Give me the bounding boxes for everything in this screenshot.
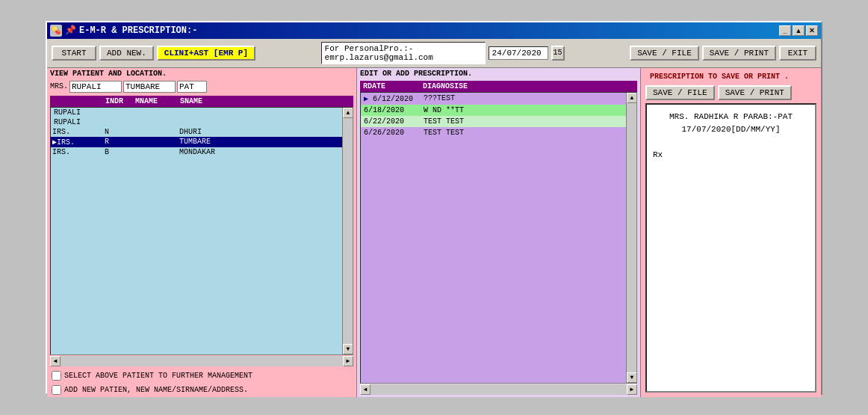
diag-header: DIAGNOSISE — [423, 82, 634, 90]
patient-indr: R — [105, 138, 134, 146]
list-item[interactable]: ▶ 6/12/2020 ???TEST — [361, 93, 636, 105]
list-item[interactable]: 6/18/2020 W ND **TT — [361, 105, 636, 116]
prescription-rx: Rx — [653, 149, 809, 162]
list-item[interactable]: RUPALI — [51, 117, 353, 127]
add-new-patient-checkbox[interactable] — [52, 385, 61, 395]
search-input[interactable] — [69, 81, 122, 93]
right-save-file-button[interactable]: SAVE / FILE — [645, 85, 715, 100]
right-panel-label: PRESCRIPTION TO SAVE OR PRINT . — [645, 71, 793, 82]
calendar-button[interactable]: 15 — [551, 46, 565, 61]
right-save-print-button[interactable]: SAVE / PRINT — [718, 85, 792, 100]
close-button[interactable]: ✕ — [806, 25, 818, 36]
title-bar: 💊 📌 E-M-R & PRESCRIPTION:- _ ▲ ✕ — [47, 22, 821, 39]
app-icon: 💊 — [50, 25, 62, 37]
checkbox-row-1: SELECT ABOVE PATIENT TO FURTHER MANAGEME… — [47, 369, 356, 383]
patient-search-row: MRS. — [47, 79, 356, 94]
col-mname-header: MNAME — [135, 97, 180, 105]
save-print-button[interactable]: SAVE / PRINT — [702, 46, 776, 61]
rdate-header: RDATE — [363, 82, 423, 90]
title-controls: _ ▲ ✕ — [779, 25, 818, 36]
select-patient-checkbox[interactable] — [52, 371, 61, 381]
minimize-button[interactable]: _ — [779, 25, 791, 36]
prescription-patient-name: MRS. RADHIKA R PARAB:-PAT — [653, 111, 809, 124]
save-file-button[interactable]: SAVE / FILE — [630, 46, 699, 61]
rx-scroll-track — [627, 103, 636, 372]
scroll-track-h — [61, 356, 343, 366]
main-content: VIEW PATIENT AND LOCATION. MRS. INDR MNA… — [47, 68, 821, 397]
select-patient-label: SELECT ABOVE PATIENT TO FURTHER MANAGEME… — [64, 372, 252, 380]
rx-date: 6/26/2020 — [364, 129, 424, 137]
exit-button[interactable]: EXIT — [779, 46, 816, 61]
rx-vertical-scrollbar[interactable]: ▲ ▼ — [626, 93, 636, 383]
left-panel: VIEW PATIENT AND LOCATION. MRS. INDR MNA… — [47, 68, 357, 397]
date-field[interactable]: 24/07/2020 — [489, 46, 548, 60]
rx-date: ▶ 6/12/2020 — [364, 94, 424, 103]
pat-input[interactable] — [177, 81, 207, 93]
tumbare-input[interactable] — [123, 81, 176, 93]
rx-table-header: RDATE DIAGNOSISE — [360, 81, 637, 92]
right-panel: PRESCRIPTION TO SAVE OR PRINT . SAVE / F… — [641, 68, 821, 397]
add-new-button[interactable]: ADD NEW. — [99, 46, 154, 61]
scroll-left-arrow[interactable]: ◀ — [50, 356, 61, 366]
rx-list: ▶ 6/12/2020 ???TEST 6/18/2020 W ND **TT … — [360, 92, 637, 384]
rx-diag: ???TEST — [424, 94, 633, 102]
start-button[interactable]: START — [52, 46, 96, 61]
prescription-area: MRS. RADHIKA R PARAB:-PAT 17/07/2020[DD/… — [645, 103, 816, 393]
rx-diag: TEST TEST — [424, 129, 633, 137]
patient-title: ▶IRS. — [52, 138, 105, 147]
list-item[interactable]: IRS. N DHURI — [51, 127, 353, 137]
main-window: 💊 📌 E-M-R & PRESCRIPTION:- _ ▲ ✕ START A… — [46, 21, 822, 395]
list-item[interactable]: RUPALI — [51, 108, 353, 117]
list-item[interactable]: 6/22/2020 TEST TEST — [361, 116, 636, 127]
toolbar: START ADD NEW. CLINI+AST [EMR P] For Per… — [47, 39, 821, 68]
scroll-down-arrow[interactable]: ▼ — [343, 344, 353, 354]
rx-scroll-up-arrow[interactable]: ▲ — [627, 93, 637, 103]
maximize-button[interactable]: ▲ — [793, 25, 805, 36]
mid-panel: EDIT OR ADD PRESCRIPTION. RDATE DIAGNOSI… — [357, 68, 641, 397]
patient-list: RUPALI RUPALI IRS. N DHURI ▶IRS. R TUMBA… — [50, 107, 353, 355]
patient-sname: TUMBARE — [179, 138, 351, 146]
horizontal-scrollbar-row: ◀ ▶ — [50, 355, 353, 367]
col-name-header — [53, 97, 105, 105]
scroll-up-arrow[interactable]: ▲ — [343, 108, 353, 118]
patient-title: IRS. — [52, 128, 105, 136]
col-indr-header: INDR — [105, 97, 135, 105]
patient-table-header: INDR MNAME SNAME — [50, 96, 353, 107]
prescription-date: 17/07/2020[DD/MM/YY] — [653, 123, 809, 137]
col-sname-header: SNAME — [180, 97, 350, 105]
rx-diag: W ND **TT — [424, 106, 633, 114]
patient-sname: DHURI — [179, 128, 351, 136]
left-panel-label: VIEW PATIENT AND LOCATION. — [47, 68, 356, 79]
title-bar-left: 💊 📌 E-M-R & PRESCRIPTION:- — [50, 25, 197, 37]
patient-title: IRS. — [52, 148, 105, 156]
list-item[interactable]: IRS. B MONDAKAR — [51, 147, 353, 157]
title-pin-icon: 📌 — [65, 25, 76, 36]
list-item[interactable]: 6/26/2020 TEST TEST — [361, 127, 636, 138]
patient-sname: MONDAKAR — [179, 148, 351, 156]
email-field[interactable]: For PersonalPro.:-emrp.lazarus@gmail.com — [321, 42, 486, 64]
rx-scroll-track-h — [371, 384, 627, 395]
rx-scroll-left-arrow[interactable]: ◀ — [360, 384, 371, 395]
rx-scroll-down-arrow[interactable]: ▼ — [627, 372, 637, 383]
rx-date: 6/22/2020 — [364, 117, 424, 126]
rx-diag: TEST TEST — [424, 117, 633, 126]
rx-horizontal-scrollbar-row: ◀ ▶ — [360, 384, 637, 396]
window-title: E-M-R & PRESCRIPTION:- — [79, 25, 197, 36]
vertical-scrollbar[interactable]: ▲ ▼ — [342, 108, 353, 354]
scroll-right-arrow[interactable]: ▶ — [343, 356, 353, 366]
rx-date: 6/18/2020 — [364, 106, 424, 114]
list-item[interactable]: ▶IRS. R TUMBARE — [51, 137, 353, 147]
checkbox-row-2: ADD NEW PATIEN, NEW NAME/SIRNAME/ADDRESS… — [47, 383, 356, 397]
rx-scroll-right-arrow[interactable]: ▶ — [627, 384, 637, 395]
patient-indr: N — [105, 128, 134, 136]
clinic-button[interactable]: CLINI+AST [EMR P] — [157, 46, 255, 61]
search-prefix-label: MRS. — [50, 82, 68, 90]
patient-indr: B — [105, 148, 134, 156]
mid-panel-label: EDIT OR ADD PRESCRIPTION. — [357, 68, 640, 79]
scroll-track — [343, 118, 353, 344]
add-new-patient-label: ADD NEW PATIEN, NEW NAME/SIRNAME/ADDRESS… — [64, 386, 248, 394]
